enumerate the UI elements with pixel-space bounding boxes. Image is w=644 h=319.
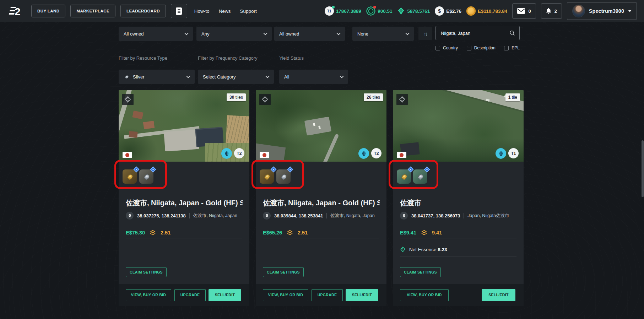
profile-menu[interactable]: Spectrum3900 (567, 2, 637, 20)
resource-silver-icon[interactable] (413, 169, 427, 184)
resource-silver-icon[interactable] (139, 169, 153, 184)
e2-logo-icon: 2 (7, 6, 22, 16)
chevron-down-icon (186, 74, 190, 78)
chevron-down-icon (263, 31, 267, 35)
tiles-count-badge: 1 tile (505, 93, 520, 101)
ownership-filter-dropdown[interactable]: All owned (274, 27, 345, 41)
property-title: 佐渡市, Niigata, Japan - Gold (HF) Silver..… (263, 198, 380, 208)
search-icon[interactable] (509, 30, 515, 36)
property-title: 佐渡市, Niigata, Japan - Gold (HF) Silver..… (126, 198, 243, 208)
balance-tier1-tiles[interactable]: T1 17867.3889 (325, 6, 361, 16)
view-buy-bid-button[interactable]: VIEW, BUY OR BID (400, 289, 449, 301)
sat-vehicle-shape (318, 126, 321, 129)
checkbox (467, 46, 471, 50)
alert-dot (373, 6, 376, 9)
sell-edit-button[interactable]: SELL/EDIT (346, 289, 378, 301)
sell-edit-button[interactable]: SELL/EDIT (209, 289, 241, 301)
tile-layers-icon (286, 229, 293, 236)
sat-house-shape (143, 121, 155, 129)
bell-icon (546, 8, 551, 14)
jewel-badge-icon (221, 148, 232, 159)
sort-arrows-icon: ↑↓ (424, 31, 427, 37)
sat-house-shape (129, 131, 138, 138)
e2-property-logo-badge (259, 94, 271, 105)
property-price: E$9.41 (400, 230, 416, 236)
checkbox (435, 46, 440, 50)
sat-vehicle-shape (486, 99, 490, 102)
frequency-category-dropdown[interactable]: Select Category (198, 70, 274, 84)
divider (126, 238, 242, 238)
sat-parking-shape (164, 130, 199, 151)
epl-checkbox[interactable]: EPL (504, 45, 520, 50)
tiles-count-badge: 30 tiles (227, 93, 246, 101)
country-checkbox[interactable]: Country (435, 45, 458, 50)
type-filter-dropdown[interactable]: Any (196, 27, 272, 41)
location-pin-icon (263, 212, 271, 220)
resource-gold-icon[interactable] (123, 169, 137, 184)
notifications-button[interactable]: 2 (541, 3, 562, 19)
location-row: 38.037275, 138.241138 佐渡市, Niigata, Japa… (126, 211, 237, 220)
search-input[interactable] (440, 30, 509, 36)
owned-filter-dropdown[interactable]: All owned (119, 27, 193, 41)
resource-gold-icon[interactable] (260, 169, 274, 184)
japan-flag-icon (397, 152, 406, 158)
sell-edit-button[interactable]: SELL/EDIT (482, 289, 515, 301)
e2-logo[interactable]: 2 (7, 6, 22, 16)
balance-usd[interactable]: $ E$2.76 (435, 6, 461, 16)
property-card: 1 tile T1 佐渡市 38.041737, 138.256073 Japa… (393, 90, 524, 306)
support-link[interactable]: Support (240, 9, 256, 14)
location-text: 佐渡市, Niigata, Japan (330, 213, 374, 219)
property-price: E$65.26 (263, 230, 282, 236)
balance-gold[interactable]: E$110,783.84 (466, 6, 507, 16)
price-row: E$9.41 9.41 (400, 229, 442, 236)
sort-direction-button[interactable]: ↑↓ (418, 27, 432, 40)
separator (464, 213, 464, 218)
divider (263, 224, 379, 224)
vertical-scrollbar[interactable] (642, 140, 644, 197)
essence-icon (400, 247, 406, 252)
resource-silver-icon[interactable] (276, 169, 291, 184)
claim-settings-button[interactable]: CLAIM SETTINGS (263, 267, 304, 277)
sat-parking-shape (304, 117, 331, 136)
mail-icon (517, 8, 525, 14)
view-buy-bid-button[interactable]: VIEW, BUY OR BID (126, 289, 171, 301)
coordinates: 38.039844, 138.253841 (274, 213, 323, 218)
chevron-down-icon (336, 31, 340, 35)
resource-type-label: Filter by Resource Type (119, 55, 167, 61)
view-buy-bid-button[interactable]: VIEW, BUY OR BID (263, 289, 308, 301)
balance-essence[interactable]: 5878.5761 (397, 7, 430, 15)
mail-button[interactable]: 0 (512, 3, 536, 19)
location-row: 38.039844, 138.253841 佐渡市, Niigata, Japa… (263, 211, 375, 220)
claim-settings-button[interactable]: CLAIM SETTINGS (126, 267, 167, 277)
marketplace-button[interactable]: MARKETPLACE (70, 5, 115, 17)
news-link[interactable]: News (219, 9, 231, 14)
divider (263, 238, 379, 238)
balance-raid-points[interactable]: 900.51 (366, 6, 392, 16)
top-bar: 2 BUY LAND MARKETPLACE LEADERBOARD How-t… (0, 0, 644, 22)
buy-land-button[interactable]: BUY LAND (31, 5, 65, 17)
leaderboard-button[interactable]: LEADERBOARD (120, 5, 166, 17)
sort-by-dropdown[interactable]: None (352, 27, 414, 41)
earth2-app: 2 BUY LAND MARKETPLACE LEADERBOARD How-t… (0, 0, 644, 319)
howto-link[interactable]: How-to (194, 9, 210, 14)
claim-settings-button[interactable]: CLAIM SETTINGS (400, 267, 441, 277)
resource-gold-icon[interactable] (397, 169, 411, 184)
net-essence-row: Net Essence 8.23 (400, 246, 447, 253)
ledger-button[interactable] (171, 4, 187, 18)
resource-type-dropdown[interactable]: Silver (119, 70, 195, 84)
yield-status-dropdown[interactable]: All (279, 70, 348, 84)
japan-flag-icon (260, 152, 269, 158)
upgrade-button[interactable]: UPGRADE (312, 289, 343, 301)
tiles-count-badge: 26 tiles (364, 93, 383, 101)
card-footer: VIEW, BUY OR BID SELL/EDIT (393, 284, 524, 306)
chevron-down-icon (628, 10, 632, 12)
price-row: E$65.26 2.51 (263, 229, 308, 236)
gold-coin-icon (466, 6, 476, 16)
upgrade-button[interactable]: UPGRADE (174, 289, 206, 301)
silver-nugget-icon (124, 74, 130, 80)
sat-house-shape (132, 110, 144, 119)
chevron-down-icon (405, 31, 409, 35)
description-checkbox[interactable]: Description (467, 45, 496, 50)
tier-badge: T2 (234, 148, 244, 158)
tile-yield-value: 2.51 (161, 230, 171, 236)
